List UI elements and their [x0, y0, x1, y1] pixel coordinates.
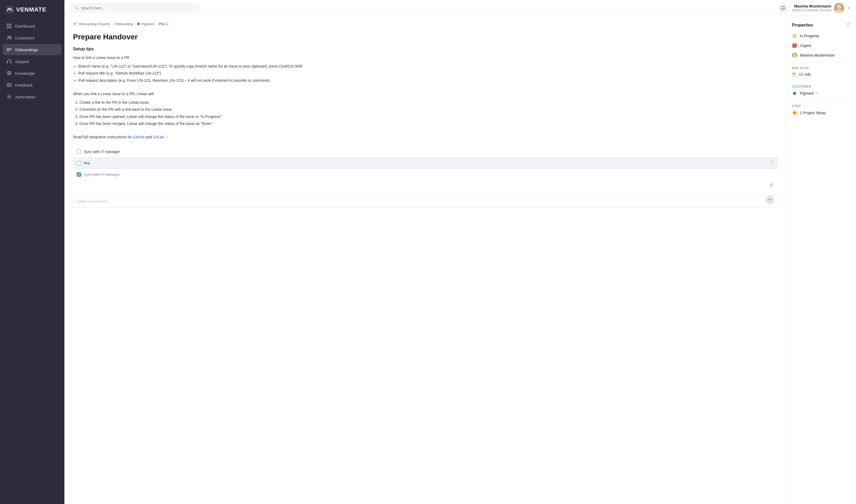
user-name: Maxima Mustermann: [792, 4, 831, 8]
svg-point-6: [10, 36, 11, 38]
breadcrumb-pig1: PIG-1: [159, 22, 168, 26]
panel-link-icon[interactable]: [846, 22, 851, 28]
chevron-down-icon: ▾: [848, 6, 850, 10]
due-date-section-label: Due Date: [792, 66, 851, 70]
main-area: Maxima Mustermann Head of Customer Succe…: [64, 0, 856, 504]
attachment-area: [73, 180, 778, 191]
search-bar[interactable]: [71, 3, 200, 13]
attachment-button[interactable]: [769, 183, 774, 189]
gear-icon: [6, 94, 12, 100]
customer-pigment-badge[interactable]: Pigment ↗: [800, 91, 818, 95]
svg-point-19: [793, 54, 795, 56]
user-role: Head of Customer Success: [792, 8, 831, 12]
priority-row: ! Urgent: [792, 43, 851, 48]
logo-icon: [5, 5, 14, 14]
breadcrumb: Onboarding Projects › Onboarding › Pigme…: [73, 21, 778, 26]
checklist-checkbox-3[interactable]: [77, 173, 81, 177]
customer-dot-icon: [792, 91, 797, 96]
user-text: Maxima Mustermann Head of Customer Succe…: [792, 4, 831, 12]
section-linear-pr: When you link a Linear issue to a PR, Li…: [73, 91, 778, 129]
customer-row: Pigment ↗: [792, 91, 851, 96]
list-item: Create a link to the PR in the Linear is…: [80, 100, 778, 105]
sidebar-label-knowledge: Knowledge: [15, 71, 35, 76]
sidebar-label-feedback: Feedback: [15, 83, 33, 87]
section2-intro: When you link a Linear issue to a PR, Li…: [73, 91, 778, 97]
in-progress-icon: [793, 34, 797, 38]
external-link-icon: ↗: [815, 91, 818, 95]
grid-icon: [6, 23, 12, 29]
priority-label[interactable]: Urgent: [800, 43, 811, 48]
assignee-avatar: [792, 53, 797, 58]
checklist-checkbox-2[interactable]: [77, 161, 81, 165]
list-item: Once PR has been opened, Linear will cha…: [80, 114, 778, 120]
svg-rect-10: [7, 62, 8, 63]
breadcrumb-onboarding-projects[interactable]: Onboarding Projects: [78, 22, 110, 26]
sidebar-item-support[interactable]: Support: [3, 56, 62, 67]
bullet-item: Branch name (e.g. "LIN-123" or "username…: [78, 63, 778, 69]
section-setup-tips: Setup tips How to link a Linear issue to…: [73, 47, 778, 86]
checklist-item-2: ⠿: [73, 158, 778, 169]
breadcrumb-pigment[interactable]: Pigment: [141, 22, 154, 26]
headset-icon: [6, 59, 12, 64]
status-row: In Progress: [792, 33, 851, 39]
user-profile[interactable]: Maxima Mustermann Head of Customer Succe…: [792, 3, 850, 13]
header: Maxima Mustermann Head of Customer Succe…: [64, 0, 856, 16]
checklist-area: Sync with IT manager ⠿ Sync with IT mana…: [73, 147, 778, 180]
svg-point-5: [8, 36, 10, 38]
user-group-icon: [6, 35, 12, 40]
gitlab-link[interactable]: GitLab →: [153, 135, 169, 139]
customer-section-label: Customer: [792, 85, 851, 88]
sidebar-item-onboardings[interactable]: Onboardings: [3, 44, 62, 55]
sidebar-item-dashboard[interactable]: Dashboard: [3, 20, 62, 32]
sidebar-label-automation: Automation: [15, 95, 35, 99]
sidebar-item-feedback[interactable]: Feedback: [3, 79, 62, 91]
checklist-label-3[interactable]: Sync with IT manager: [84, 173, 120, 177]
svg-rect-3: [7, 26, 8, 28]
wrench-icon: [73, 22, 77, 26]
customer-label: Pigment: [800, 91, 814, 95]
sidebar-item-customers[interactable]: Customers: [3, 32, 62, 43]
properties-title: Properties: [792, 22, 851, 28]
github-link[interactable]: GitHub: [133, 135, 144, 139]
setup-bullet-list: Branch name (e.g. "LIN-123" or "username…: [78, 63, 778, 83]
step-row: 1 Project Setup: [792, 110, 851, 115]
sidebar-item-knowledge[interactable]: Knowledge: [3, 68, 62, 79]
svg-rect-11: [11, 62, 11, 63]
checklist-checkbox-1[interactable]: [77, 149, 81, 154]
properties-panel: Properties In Progress ! Urgen: [786, 16, 856, 504]
svg-rect-1: [7, 24, 8, 25]
comment-box: Leave a comment...: [73, 195, 778, 208]
logo: VENMATE: [0, 0, 64, 20]
sidebar-item-automation[interactable]: Automation: [3, 91, 62, 103]
sidebar-label-support: Support: [15, 59, 29, 64]
notification-button[interactable]: [778, 3, 788, 13]
step-diamond-icon: [792, 110, 797, 115]
comment-placeholder[interactable]: Leave a comment...: [77, 199, 774, 203]
checklist-item-1: Sync with IT manager: [73, 147, 778, 157]
breadcrumb-more-button[interactable]: ···: [170, 21, 176, 26]
checklist-label-1[interactable]: Sync with IT manager: [84, 149, 120, 154]
section-intro-pr: How to link a Linear issue to a PR: [73, 55, 778, 61]
status-badge: [792, 33, 797, 39]
svg-point-14: [75, 6, 78, 9]
comment-send-button[interactable]: [766, 195, 774, 204]
integration-text: Read full integration instructions for G…: [73, 134, 778, 141]
sidebar: VENMATE Dashboard: [0, 0, 64, 504]
bullet-item: Pull request description (e.g. Fixes LIN…: [78, 77, 778, 83]
content-area: Onboarding Projects › Onboarding › Pigme…: [64, 16, 856, 504]
svg-point-16: [837, 4, 841, 9]
checklist-input-2[interactable]: [84, 161, 768, 165]
step-label[interactable]: 1 Project Setup: [800, 111, 826, 115]
search-input[interactable]: [81, 6, 195, 10]
status-label[interactable]: In Progress: [800, 34, 819, 38]
avatar: [834, 3, 844, 13]
assignee-row: Maxima Mustermann: [792, 53, 851, 58]
book-icon: [6, 71, 12, 76]
pigment-dot-icon: [137, 22, 140, 25]
calendar-icon: 📅: [792, 72, 796, 76]
assignee-name[interactable]: Maxima Mustermann: [800, 53, 835, 57]
feedback-icon: [6, 82, 12, 88]
breadcrumb-onboarding[interactable]: Onboarding: [115, 22, 133, 26]
due-date-value[interactable]: 12 July: [799, 72, 811, 76]
page-title: Prepare Handover: [73, 33, 778, 41]
